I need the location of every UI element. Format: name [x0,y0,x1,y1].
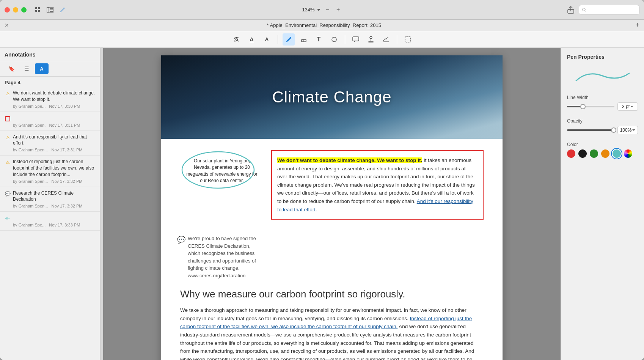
red-box-annotation: We don't want to debate climate change. … [271,150,484,220]
color-swatch-cyan[interactable] [613,149,621,158]
stamp-tool-button[interactable] [365,33,377,46]
pen-properties-panel: Pen Properties Line Width 3 [561,48,644,360]
opacity-slider-track[interactable] [567,129,614,131]
toolbar: 汉 A A T [0,31,644,48]
annotation-item-6[interactable]: ✏ by Graham Spe... Nov 17, 3:33 PM [0,212,100,231]
search-input[interactable] [588,7,636,13]
opacity-value-text: 100% [620,127,632,133]
line-width-value[interactable]: 3 pt [617,102,638,111]
titlebar-icons [34,6,66,14]
color-swatch-green[interactable] [590,149,598,158]
color-swatch-red[interactable] [567,149,575,158]
fullscreen-button[interactable] [21,7,27,13]
annotation-text-3: And it's our responsibility to lead that… [13,134,95,147]
page-body: Our solar plant in Yerington, Nevada, ge… [161,139,503,360]
color-swatch-multicolor[interactable] [624,149,632,158]
toolbar-separator-2 [345,35,345,44]
color-swatch-orange[interactable] [601,149,609,158]
svg-rect-19 [405,37,410,42]
svg-rect-1 [38,7,40,9]
color-section: Color [567,142,638,158]
traffic-lights [5,7,27,13]
sidebar-toggle-icon[interactable] [46,6,54,14]
red-box-section: We don't want to debate climate change. … [271,150,484,227]
toolbar-separator-1 [278,35,278,44]
annotation-item-3[interactable]: ⚠ And it's our responsibility to lead th… [0,131,100,156]
shape-tool-button[interactable] [328,33,340,46]
toolbar-separator-3 [397,35,397,44]
zoom-decrease-button[interactable]: − [324,6,331,14]
annotations-sidebar: Annotations 🔖 ☰ A Page 4 ⚠ We don't want… [0,48,100,360]
zoom-label: 134% [302,7,314,13]
note-tool-button[interactable] [350,33,362,46]
svg-rect-15 [353,37,359,41]
warning-icon-1: ⚠ [5,91,11,97]
main-content: Annotations 🔖 ☰ A Page 4 ⚠ We don't want… [0,48,644,360]
pen-tool-button[interactable] [283,33,295,46]
opacity-slider-thumb[interactable] [611,127,616,133]
annotation-text-5: Research the CERES Climate Declaration [13,190,95,203]
opacity-slider-row: 100% [567,126,638,134]
teal-ellipse-text: Our solar plant in Yerington, Nevada, ge… [180,154,264,188]
svg-point-14 [332,37,336,42]
pencil-icon-6: ✏ [5,215,11,222]
annotation-item-1[interactable]: ⚠ We don't want to debate climate change… [0,87,100,112]
subtitlebar: ✕ * Apple_Environmental_Responsibility_R… [0,20,644,31]
search-box[interactable] [579,5,639,15]
svg-line-11 [585,10,586,11]
close-document-button[interactable]: ✕ [5,22,9,28]
comment-icon-5: 💬 [5,191,11,197]
annotation-meta-2: by Graham Spen. Nov 17, 3:31 PM [5,123,95,127]
add-document-button[interactable]: + [635,21,639,29]
select-tool-button[interactable] [402,33,414,46]
color-swatches [567,149,638,158]
pen-properties-title: Pen Properties [567,54,638,60]
text-resize-tool-button[interactable]: 汉 [231,33,243,46]
signature-tool-button[interactable] [380,33,392,46]
red-box-text: We don't want to debate climate change. … [277,156,478,214]
annotation-meta-1: by Graham Spe... Nov 17, 3:30 PM [5,104,95,108]
text-insert-button[interactable]: T [313,33,325,46]
opacity-value[interactable]: 100% [617,126,638,134]
pen-icon[interactable] [58,6,66,14]
annotation-text-4: Instead of reporting just the carbon foo… [13,159,95,178]
sidebar-resize-handle[interactable] [100,48,103,360]
grid-view-icon[interactable] [34,6,42,14]
svg-rect-4 [47,7,49,13]
annotation-item-4[interactable]: ⚠ Instead of reporting just the carbon f… [0,156,100,187]
svg-rect-3 [38,10,40,12]
svg-point-10 [583,8,585,11]
close-button[interactable] [5,7,10,13]
ceres-text: We're proud to have signed the CERES Cli… [180,235,264,279]
share-icon[interactable] [567,6,575,14]
line-width-slider-thumb[interactable] [580,104,586,109]
section-title: Why we measure our carbon footprint so r… [180,288,484,300]
text-tool-a1-button[interactable]: A [246,33,258,46]
line-width-section: Line Width 3 pt [567,95,638,111]
opacity-section: Opacity 100% [567,118,638,134]
sidebar-tabs: 🔖 ☰ A [0,61,100,77]
sidebar-tab-list[interactable]: ☰ [20,63,33,74]
document-area[interactable]: Climate Change Our solar plant in Yering… [103,48,561,360]
eraser-tool-button[interactable] [298,33,310,46]
svg-rect-20 [5,116,10,121]
sidebar-tab-highlight[interactable]: A [35,63,49,74]
color-label: Color [567,142,638,147]
annotation-meta-4: by Graham Spen... Nov 17, 3:32 PM [5,179,95,184]
text-tool-a2-button[interactable]: A [261,33,273,46]
warning-icon-3: ⚠ [5,135,11,141]
line-width-slider-track[interactable] [567,106,614,107]
minimize-button[interactable] [13,7,18,13]
color-swatch-black[interactable] [578,149,587,158]
sidebar-header: Annotations [0,48,100,61]
opacity-label: Opacity [567,118,638,124]
zoom-increase-button[interactable]: + [335,6,342,14]
sidebar-page-label: Page 4 [0,77,100,87]
annotation-text-1: We don't want to debate climate change. … [13,90,95,103]
annotation-item-2[interactable]: by Graham Spen. Nov 17, 3:31 PM [0,112,100,131]
sidebar-tab-bookmark[interactable]: 🔖 [5,63,18,74]
line-width-slider-row: 3 pt [567,102,638,111]
zoom-control[interactable]: 134% [302,7,320,13]
hero-title: Climate Change [272,88,391,106]
annotation-item-5[interactable]: 💬 Research the CERES Climate Declaration… [0,187,100,212]
